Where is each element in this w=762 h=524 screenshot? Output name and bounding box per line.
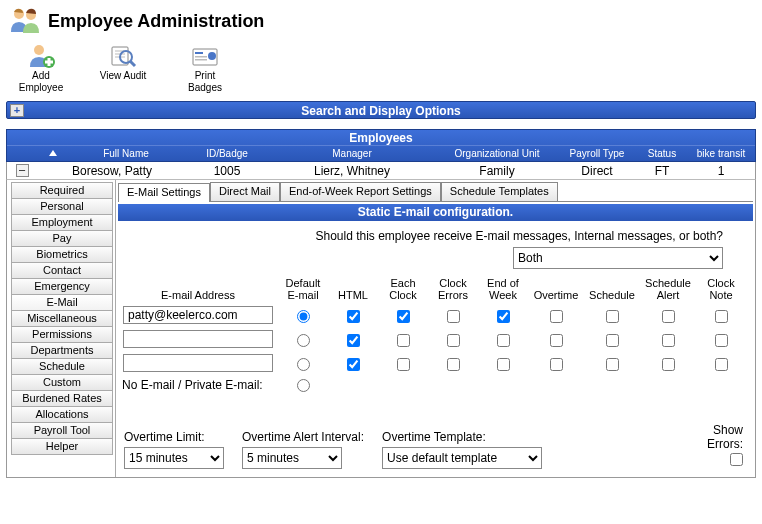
check-r1-c0[interactable]	[347, 334, 360, 347]
employee-row[interactable]: – Boresow, Patty 1005 Lierz, Whitney Fam…	[6, 162, 756, 180]
email-row	[118, 329, 753, 353]
tab-end-of-week-report-settings[interactable]: End-of-Week Report Settings	[280, 182, 441, 201]
check-r1-c6[interactable]	[662, 334, 675, 347]
overtime-template-select[interactable]: Use default template	[382, 447, 542, 469]
add-employee-button[interactable]: Add Employee	[12, 42, 70, 93]
email-input-1[interactable]	[123, 330, 273, 348]
expand-search-button[interactable]: +	[10, 104, 24, 117]
tab-schedule-templates[interactable]: Schedule Templates	[441, 182, 558, 201]
grid-h-overtime: Overtime	[528, 289, 584, 305]
sidebar-tab-miscellaneous[interactable]: Miscellaneous	[11, 310, 113, 327]
col-manager[interactable]: Manager	[267, 148, 437, 159]
add-employee-icon	[25, 42, 57, 70]
sidebar-tab-departments[interactable]: Departments	[11, 342, 113, 359]
col-payroll[interactable]: Payroll Type	[557, 148, 637, 159]
email-row	[118, 353, 753, 377]
grid-h-default: Default E-mail	[278, 277, 328, 305]
grid-h-schedalert: Schedule Alert	[640, 277, 696, 305]
check-r0-c0[interactable]	[347, 310, 360, 323]
badge-icon	[189, 42, 221, 70]
svg-rect-15	[195, 59, 207, 61]
sidebar-tab-burdened-rates[interactable]: Burdened Rates	[11, 390, 113, 407]
grid-h-eachclock: Each Clock	[378, 277, 428, 305]
email-row	[118, 305, 753, 329]
svg-rect-14	[195, 56, 207, 58]
sidebar-tab-contact[interactable]: Contact	[11, 262, 113, 279]
overtime-limit-select[interactable]: 15 minutes	[124, 447, 224, 469]
check-r2-c3[interactable]	[497, 358, 510, 371]
col-full-name[interactable]: Full Name	[37, 148, 187, 159]
check-r1-c5[interactable]	[606, 334, 619, 347]
sidebar-tab-schedule[interactable]: Schedule	[11, 358, 113, 375]
cell-status: FT	[637, 164, 687, 178]
default-email-radio-0[interactable]	[297, 310, 310, 323]
svg-rect-5	[45, 61, 53, 64]
print-badges-button[interactable]: Print Badges	[176, 42, 234, 93]
check-r0-c1[interactable]	[397, 310, 410, 323]
overtime-alert-label: Overtime Alert Interval:	[242, 430, 364, 444]
default-email-radio-1[interactable]	[297, 334, 310, 347]
grid-h-schedule: Schedule	[584, 289, 640, 305]
search-bar-label: Search and Display Options	[301, 104, 460, 118]
sidebar-tab-permissions[interactable]: Permissions	[11, 326, 113, 343]
check-r2-c7[interactable]	[715, 358, 728, 371]
overtime-limit-label: Overtime Limit:	[124, 430, 224, 444]
check-r2-c0[interactable]	[347, 358, 360, 371]
email-input-2[interactable]	[123, 354, 273, 372]
toolbar-label: View Audit	[100, 70, 147, 82]
sidebar-tab-biometrics[interactable]: Biometrics	[11, 246, 113, 263]
toolbar-label: Print Badges	[188, 70, 222, 93]
grid-h-html: HTML	[328, 289, 378, 305]
receive-prompt: Should this employee receive E-mail mess…	[118, 221, 753, 247]
magnifier-icon	[107, 42, 139, 70]
sidebar-tab-custom[interactable]: Custom	[11, 374, 113, 391]
sidebar-tab-allocations[interactable]: Allocations	[11, 406, 113, 423]
sidebar-tab-employment[interactable]: Employment	[11, 214, 113, 231]
sidebar-tab-pay[interactable]: Pay	[11, 230, 113, 247]
cell-full-name: Boresow, Patty	[37, 164, 187, 178]
check-r1-c1[interactable]	[397, 334, 410, 347]
show-errors-checkbox[interactable]	[730, 453, 743, 466]
check-r0-c3[interactable]	[497, 310, 510, 323]
tab-direct-mail[interactable]: Direct Mail	[210, 182, 280, 201]
grid-email-header: E-mail Address	[118, 289, 278, 305]
grid-h-endweek: End of Week	[478, 277, 528, 305]
employees-title: Employees	[7, 130, 755, 146]
receive-select[interactable]: Both	[513, 247, 723, 269]
sidebar-tab-required[interactable]: Required	[11, 182, 113, 199]
cell-manager: Lierz, Whitney	[267, 164, 437, 178]
check-r0-c7[interactable]	[715, 310, 728, 323]
check-r1-c4[interactable]	[550, 334, 563, 347]
check-r1-c3[interactable]	[497, 334, 510, 347]
col-id-badge[interactable]: ID/Badge	[187, 148, 267, 159]
check-r2-c6[interactable]	[662, 358, 675, 371]
col-bike-transit[interactable]: bike transit	[687, 148, 755, 159]
check-r0-c2[interactable]	[447, 310, 460, 323]
sidebar-tab-helper[interactable]: Helper	[11, 438, 113, 455]
check-r2-c2[interactable]	[447, 358, 460, 371]
check-r1-c2[interactable]	[447, 334, 460, 347]
check-r1-c7[interactable]	[715, 334, 728, 347]
default-email-radio-2[interactable]	[297, 358, 310, 371]
check-r2-c5[interactable]	[606, 358, 619, 371]
check-r2-c4[interactable]	[550, 358, 563, 371]
collapse-row-button[interactable]: –	[16, 164, 29, 177]
email-input-0[interactable]	[123, 306, 273, 324]
sidebar-tab-payroll-tool[interactable]: Payroll Tool	[11, 422, 113, 439]
sidebar-tab-e-mail[interactable]: E-Mail	[11, 294, 113, 311]
col-status[interactable]: Status	[637, 148, 687, 159]
check-r0-c5[interactable]	[606, 310, 619, 323]
check-r0-c6[interactable]	[662, 310, 675, 323]
sidebar-tab-emergency[interactable]: Emergency	[11, 278, 113, 295]
tab-e-mail-settings[interactable]: E-Mail Settings	[118, 183, 210, 202]
sort-asc-icon	[49, 150, 57, 156]
default-email-radio-none[interactable]	[297, 379, 310, 392]
check-r0-c4[interactable]	[550, 310, 563, 323]
col-org-unit[interactable]: Organizational Unit	[437, 148, 557, 159]
sidebar-tab-personal[interactable]: Personal	[11, 198, 113, 215]
view-audit-button[interactable]: View Audit	[94, 42, 152, 93]
grid-h-clocknote: Clock Note	[696, 277, 746, 305]
page-title: Employee Administration	[48, 11, 264, 32]
overtime-alert-select[interactable]: 5 minutes	[242, 447, 342, 469]
check-r2-c1[interactable]	[397, 358, 410, 371]
